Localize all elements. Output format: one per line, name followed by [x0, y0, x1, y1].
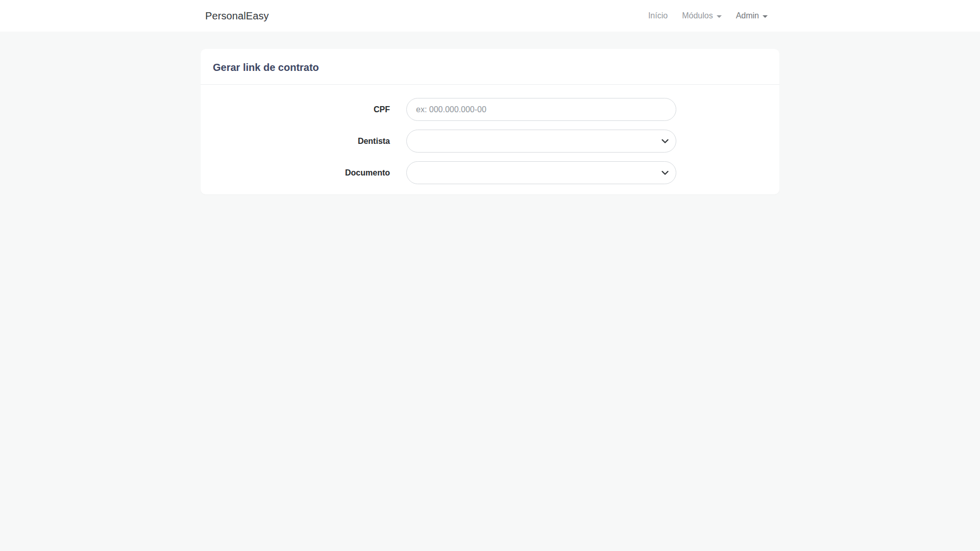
- nav-item-modulos[interactable]: Módulos: [675, 7, 728, 24]
- contract-link-card: Gerar link de contrato CPF Dentista: [201, 49, 779, 194]
- documento-control-wrap: [406, 161, 676, 184]
- form-row-cpf: CPF: [213, 98, 767, 121]
- brand-link[interactable]: PersonalEasy: [205, 10, 269, 22]
- chevron-down-icon: [717, 15, 722, 18]
- dentista-select[interactable]: [406, 130, 676, 153]
- dentista-label: Dentista: [213, 137, 406, 146]
- nav-item-admin-label: Admin: [736, 11, 759, 20]
- cpf-input[interactable]: [406, 98, 676, 121]
- documento-select[interactable]: [406, 161, 676, 184]
- dentista-control-wrap: [406, 130, 676, 153]
- main-nav: Início Módulos Admin: [641, 7, 775, 24]
- form-row-documento: Documento: [213, 161, 767, 184]
- page-content: Gerar link de contrato CPF Dentista: [0, 49, 980, 194]
- form-row-dentista: Dentista: [213, 130, 767, 153]
- nav-item-modulos-label: Módulos: [682, 11, 713, 20]
- nav-item-admin[interactable]: Admin: [729, 7, 775, 24]
- cpf-label: CPF: [213, 105, 406, 114]
- navbar-container: PersonalEasy Início Módulos Admin: [199, 7, 781, 24]
- page-title: Gerar link de contrato: [213, 62, 767, 73]
- documento-label: Documento: [213, 168, 406, 178]
- card-body: CPF Dentista Documento: [201, 85, 779, 194]
- card-header: Gerar link de contrato: [201, 49, 779, 85]
- chevron-down-icon: [763, 15, 768, 18]
- top-navbar: PersonalEasy Início Módulos Admin: [0, 0, 980, 32]
- cpf-control-wrap: [406, 98, 676, 121]
- nav-item-inicio[interactable]: Início: [641, 7, 675, 24]
- nav-item-inicio-label: Início: [648, 11, 668, 20]
